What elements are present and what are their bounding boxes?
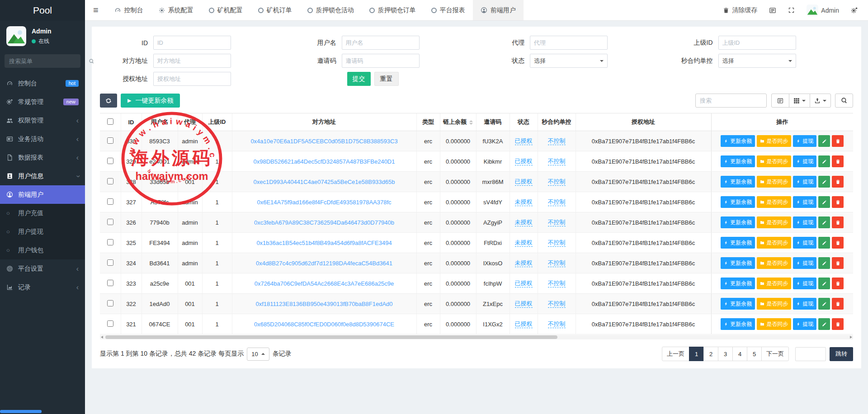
sidebar-item-permissions[interactable]: 权限管理 ‹ xyxy=(0,111,85,130)
status-link[interactable]: 未授权 xyxy=(515,239,533,247)
sidebar-item-business[interactable]: 业务活动 ‹ xyxy=(0,130,85,148)
status-link[interactable]: 未授权 xyxy=(515,219,533,226)
sidebar-scrollbar[interactable] xyxy=(0,410,42,413)
delete-button[interactable] xyxy=(832,155,844,167)
withdraw-button[interactable]: 提现 xyxy=(793,155,816,167)
row-checkbox[interactable] xyxy=(107,239,113,245)
address-link[interactable]: 0xc3febA679A89C38C7362594Da646473d0D7794… xyxy=(254,219,394,226)
parent-id-input[interactable] xyxy=(718,36,796,50)
nav-tab-1[interactable]: 系统配置 xyxy=(151,0,201,20)
nav-tab-6[interactable]: 平台报表 xyxy=(424,0,473,20)
update-balance-button[interactable]: 更新余额 xyxy=(721,298,755,310)
jump-page-input[interactable] xyxy=(795,347,826,361)
sidebar-item-user-info[interactable]: 用户信息 ‹ xyxy=(0,167,85,185)
address-link[interactable]: 0x6E14A75f9ad166e8f4FcDfdE493581978AA378… xyxy=(257,199,391,206)
status-link[interactable]: 已授权 xyxy=(515,320,533,328)
update-balance-button[interactable]: 更新余额 xyxy=(721,237,755,249)
sidebar-item-dashboard[interactable]: 控制台 hot xyxy=(0,74,85,93)
address-link[interactable]: 0x7264ba706C9efDA54Ac2668E4c3A7eE686a25c… xyxy=(255,280,394,287)
address-link[interactable]: 0x4a10e70E6a1DF5A5CEBC0d05B1D75C8B388593… xyxy=(250,138,397,145)
settings-gears-icon[interactable] xyxy=(851,7,858,14)
sync-button[interactable]: 是否同步 xyxy=(757,176,791,188)
address-link[interactable]: 0x98DB526621a64Dec5cfD324857A487B3FBe240… xyxy=(254,158,395,165)
sidebar-item-user-wallet[interactable]: ○ 用户钱包 xyxy=(0,241,85,259)
address-link[interactable]: 0x1b36ac1B54ec51b4f8B49a454d6f9a8fACFE34… xyxy=(256,240,392,246)
contract-control-link[interactable]: 不控制 xyxy=(548,137,566,145)
row-checkbox[interactable] xyxy=(107,320,113,327)
sidebar-item-platform-settings[interactable]: 平台设置 ‹ xyxy=(0,259,85,278)
col-balance[interactable]: 链上余额 xyxy=(440,113,476,131)
address-input[interactable] xyxy=(153,54,231,68)
withdraw-button[interactable]: 提现 xyxy=(793,176,816,188)
search-icon[interactable] xyxy=(89,58,94,64)
sidebar-search-input[interactable] xyxy=(9,58,89,65)
table-search-input[interactable] xyxy=(695,94,767,108)
update-balance-button[interactable]: 更新余额 xyxy=(721,318,755,330)
edit-button[interactable] xyxy=(818,176,830,188)
export-button[interactable] xyxy=(810,94,831,108)
scroll-right-icon[interactable] xyxy=(850,336,852,339)
edit-button[interactable] xyxy=(818,257,830,269)
page-button-2[interactable]: 2 xyxy=(703,347,718,361)
update-balance-button[interactable]: 更新余额 xyxy=(721,278,755,289)
nav-tab-5[interactable]: 质押锁仓订单 xyxy=(362,0,424,20)
withdraw-button[interactable]: 提现 xyxy=(793,257,816,269)
status-link[interactable]: 已授权 xyxy=(515,137,533,145)
submit-button[interactable]: 提交 xyxy=(347,72,371,86)
update-balance-button[interactable]: 更新余额 xyxy=(721,196,755,208)
status-link[interactable]: 已授权 xyxy=(515,300,533,308)
reset-button[interactable]: 重置 xyxy=(374,72,399,86)
contract-control-link[interactable]: 不控制 xyxy=(548,259,566,267)
withdraw-button[interactable]: 提现 xyxy=(793,278,816,289)
select-all-checkbox[interactable] xyxy=(107,118,113,125)
update-balance-button[interactable]: 更新余额 xyxy=(721,155,755,167)
row-checkbox[interactable] xyxy=(107,178,113,184)
sidebar-item-general[interactable]: 常规管理 new xyxy=(0,93,85,111)
prev-page-button[interactable]: 上一页 xyxy=(662,347,689,361)
withdraw-button[interactable]: 提现 xyxy=(793,318,816,330)
withdraw-button[interactable]: 提现 xyxy=(793,298,816,310)
nav-tab-3[interactable]: 矿机订单 xyxy=(250,0,300,20)
page-size-select[interactable]: 10 xyxy=(247,348,269,361)
edit-button[interactable] xyxy=(818,237,830,249)
id-input[interactable] xyxy=(153,36,231,50)
nav-tab-0[interactable]: 控制台 xyxy=(107,0,151,20)
sidebar-item-user-withdraw[interactable]: ○ 用户提现 xyxy=(0,222,85,241)
row-checkbox[interactable] xyxy=(107,300,113,306)
bulk-update-balance-button[interactable]: ▶ 一键更新余额 xyxy=(121,94,180,108)
refresh-button[interactable] xyxy=(100,94,117,108)
nav-tab-7[interactable]: 前端用户 xyxy=(473,0,524,20)
sync-button[interactable]: 是否同步 xyxy=(757,135,791,147)
page-button-4[interactable]: 4 xyxy=(732,347,747,361)
address-link[interactable]: 0xf1811123E8136BB950e439013fB70baB8F1edA… xyxy=(255,301,392,307)
sync-button[interactable]: 是否同步 xyxy=(757,155,791,167)
contract-control-select[interactable]: 选择 xyxy=(718,54,796,68)
edit-button[interactable] xyxy=(818,278,830,289)
sidebar-item-frontend-users[interactable]: 前端用户 xyxy=(0,185,85,204)
withdraw-button[interactable]: 提现 xyxy=(793,216,816,228)
address-link[interactable]: 0x4d8B27c4c905d62df7d12198DA4fecaC54Bd36… xyxy=(256,260,392,267)
status-select[interactable]: 选择 xyxy=(530,54,608,68)
jump-button[interactable]: 跳转 xyxy=(830,347,853,361)
sync-button[interactable]: 是否同步 xyxy=(757,196,791,208)
auth-address-input[interactable] xyxy=(153,72,231,86)
columns-button[interactable] xyxy=(789,94,810,108)
withdraw-button[interactable]: 提现 xyxy=(793,135,816,147)
contract-control-link[interactable]: 不控制 xyxy=(548,219,566,226)
sync-button[interactable]: 是否同步 xyxy=(757,216,791,228)
edit-button[interactable] xyxy=(818,298,830,310)
delete-button[interactable] xyxy=(832,257,844,269)
update-balance-button[interactable]: 更新余额 xyxy=(721,135,755,147)
clear-cache-button[interactable]: 清除缓存 xyxy=(723,6,757,14)
fullscreen-icon[interactable] xyxy=(788,7,795,14)
scroll-left-icon[interactable] xyxy=(101,336,103,339)
advanced-search-button[interactable] xyxy=(835,94,853,108)
contract-control-link[interactable]: 不控制 xyxy=(548,178,566,186)
status-link[interactable]: 已授权 xyxy=(515,178,533,186)
sync-button[interactable]: 是否同步 xyxy=(757,257,791,269)
delete-button[interactable] xyxy=(832,237,844,249)
contract-control-link[interactable]: 不控制 xyxy=(548,280,566,287)
edit-button[interactable] xyxy=(818,196,830,208)
sidebar-item-records[interactable]: 记录 ‹ xyxy=(0,278,85,296)
edit-button[interactable] xyxy=(818,135,830,147)
